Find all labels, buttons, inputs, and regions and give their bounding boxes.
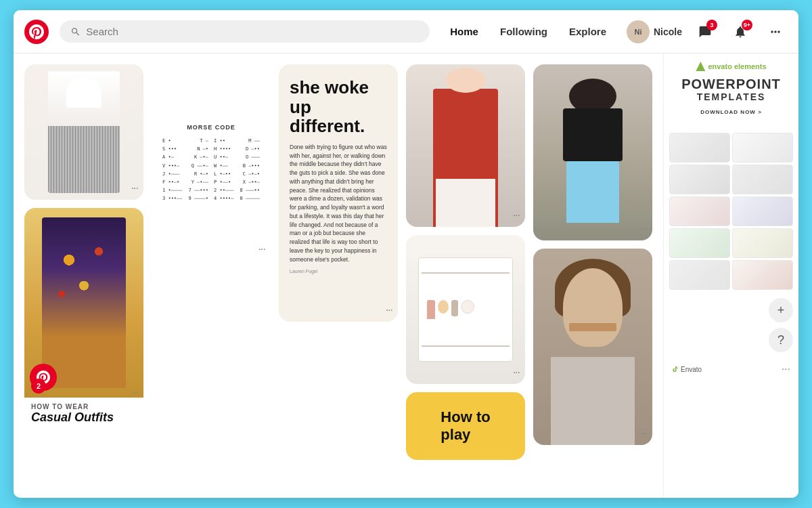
pin-image-vanity xyxy=(406,235,525,384)
pin-more-portrait[interactable]: ··· xyxy=(640,427,647,440)
pin-more-red-top[interactable]: ··· xyxy=(513,209,520,221)
notifications-button[interactable]: 9+ xyxy=(728,20,752,44)
ad-thumb-1[interactable] xyxy=(669,133,730,163)
ad-thumb-10[interactable] xyxy=(732,260,793,290)
pin-image-quote: she woke updifferent. Done with trying t… xyxy=(279,64,398,322)
pin-image-red-top xyxy=(406,64,525,227)
more-icon xyxy=(769,25,782,39)
item xyxy=(438,300,449,314)
item xyxy=(427,300,435,319)
pin-card-vanity[interactable]: ··· xyxy=(406,235,525,384)
morse-row: J •———R •—• xyxy=(162,171,208,178)
pin-card-street[interactable]: ··· xyxy=(533,64,652,240)
pin-more-vanity[interactable]: ··· xyxy=(513,366,520,379)
ad-thumbnails xyxy=(664,130,798,293)
ad-thumb-3[interactable] xyxy=(669,165,730,194)
ad-thumb-7[interactable] xyxy=(669,228,730,258)
nav-links: Home Following Explore xyxy=(441,20,616,43)
ad-thumb-2[interactable] xyxy=(732,133,793,163)
envato-footer-link[interactable]: Envato xyxy=(672,366,702,373)
pin-card-how-to-play[interactable]: How toplay xyxy=(406,392,525,460)
nav-user-section: Ni Nicole xyxy=(627,20,682,43)
nav-home[interactable]: Home xyxy=(441,20,488,43)
floral-label-top: HOW TO WEAR xyxy=(31,403,137,410)
morse-row: A •—K —•— xyxy=(162,154,208,161)
help-icon: ? xyxy=(777,333,784,347)
shelf-row xyxy=(422,345,510,347)
ad-cta[interactable]: DOWNLOAD NOW > xyxy=(672,109,790,115)
pin-more-fashion1[interactable]: ··· xyxy=(131,182,138,194)
ad-subtitle: TEMPLATES xyxy=(672,91,790,102)
street-shorts xyxy=(566,161,618,223)
help-button[interactable]: ? xyxy=(769,328,793,352)
envato-icon xyxy=(696,62,705,71)
morse-row: P •——•X —••— xyxy=(214,179,260,186)
navbar: Home Following Explore Ni Nicole 3 9+ xyxy=(14,10,798,54)
pin-image-fashion1 xyxy=(24,64,143,200)
pin-label-floral: HOW TO WEAR Casual Outfits xyxy=(24,398,143,431)
portrait-bangs xyxy=(569,323,616,331)
pin-image-morse: MORSE CODE E •T — I ••M —— S •••N —• H •… xyxy=(152,64,271,261)
floral-pattern xyxy=(47,234,122,320)
pin-card-quote[interactable]: she woke updifferent. Done with trying t… xyxy=(279,64,398,322)
pinterest-logo[interactable] xyxy=(24,20,49,44)
nav-explore[interactable]: Explore xyxy=(560,20,616,43)
ad-thumb-9[interactable] xyxy=(669,260,730,290)
add-button[interactable]: + xyxy=(769,298,793,322)
ad-thumb-8[interactable] xyxy=(732,228,793,258)
envato-logo: envato elements xyxy=(672,62,790,71)
morse-row: E •T — xyxy=(162,137,208,145)
pin-card-portrait[interactable]: ··· xyxy=(533,249,652,445)
morse-row: 3 •••——9 ————• xyxy=(162,195,208,203)
morse-row: V •••—Q ——•— xyxy=(162,163,208,170)
morse-row: S •••N —• xyxy=(162,146,208,153)
pin-card-fashion1[interactable]: ··· xyxy=(24,64,143,200)
morse-title: MORSE CODE xyxy=(187,123,235,132)
more-button[interactable] xyxy=(763,20,788,44)
pin-card-red-top[interactable]: ··· xyxy=(406,64,525,227)
pin-image-portrait xyxy=(533,249,652,445)
portrait-face xyxy=(563,268,623,347)
search-input[interactable] xyxy=(86,26,419,37)
pin-card-floral[interactable]: 2 HOW TO WEAR Casual Outfits ··· xyxy=(24,208,143,431)
envato-brand: envato elements xyxy=(708,62,766,70)
browser-window: Home Following Explore Ni Nicole 3 9+ xyxy=(14,10,798,498)
avatar[interactable]: Ni xyxy=(627,20,650,43)
ad-footer: Envato ··· xyxy=(664,358,798,381)
ad-more-button[interactable]: ··· xyxy=(782,363,790,375)
ad-thumb-6[interactable] xyxy=(732,196,793,226)
search-bar[interactable] xyxy=(60,20,430,43)
add-icon: + xyxy=(777,303,785,318)
floral-figure xyxy=(42,217,125,388)
floral-label-main: Casual Outfits xyxy=(31,410,137,425)
ad-thumb-5[interactable] xyxy=(669,196,730,226)
pin-image-street xyxy=(533,64,652,240)
pin-card-morse[interactable]: MORSE CODE E •T — I ••M —— S •••N —• H •… xyxy=(152,64,271,261)
main-content: ··· 2 HOW TO WEAR Casual Outfits ··· xyxy=(14,54,798,498)
pin-more-street[interactable]: ··· xyxy=(640,223,647,235)
messages-button[interactable]: 3 xyxy=(693,20,717,44)
pin-more-floral[interactable]: ··· xyxy=(131,387,138,399)
morse-row: 1 •————7 ——••• xyxy=(162,187,208,194)
morse-table: E •T — I ••M —— S •••N —• H ••••D —•• A … xyxy=(162,137,260,203)
pin-more-quote[interactable]: ··· xyxy=(386,304,392,316)
morse-row: I ••M —— xyxy=(214,137,260,145)
ad-column: envato elements POWERPOINT TEMPLATES DOW… xyxy=(663,54,798,498)
pin-more-morse[interactable]: ··· xyxy=(258,243,265,255)
notifications-badge: 9+ xyxy=(742,20,752,30)
fashion-figure xyxy=(48,71,120,193)
pin-image-how-to-play: How toplay xyxy=(406,392,525,460)
nav-following[interactable]: Following xyxy=(491,20,557,43)
pin-grid: ··· 2 HOW TO WEAR Casual Outfits ··· xyxy=(14,54,663,498)
morse-row: L •—••C —•—• xyxy=(214,171,260,178)
avatar-initial: Ni xyxy=(634,28,641,36)
red-top-figure xyxy=(433,89,499,227)
morse-row: H ••••D —•• xyxy=(214,146,260,153)
item xyxy=(451,300,458,316)
portrait-body xyxy=(551,357,634,446)
badge-floral: 2 xyxy=(31,379,46,394)
user-name[interactable]: Nicole xyxy=(654,26,682,37)
quote-attribution: Lauren Fogel xyxy=(290,269,387,274)
ad-thumb-4[interactable] xyxy=(732,165,793,194)
messages-badge: 3 xyxy=(706,20,717,30)
